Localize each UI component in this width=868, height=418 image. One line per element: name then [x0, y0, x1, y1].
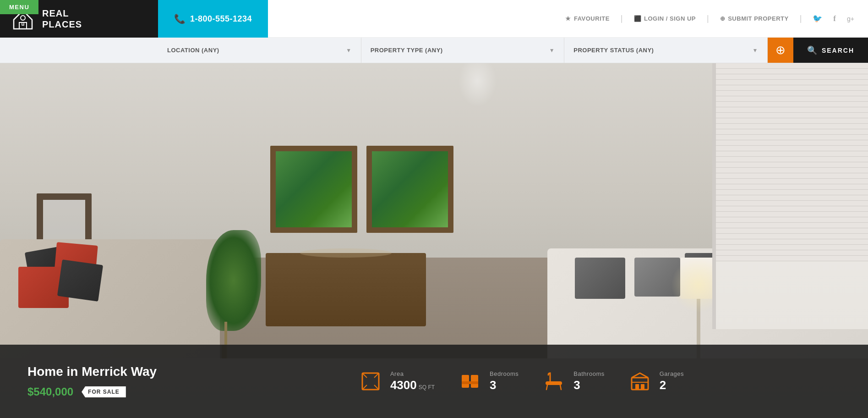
nav-divider-1: |	[621, 14, 623, 23]
for-sale-badge: FOR SALE	[82, 386, 126, 397]
area-stat: Area 4300 SQ FT	[358, 369, 435, 394]
phone-number: 1-800-555-1234	[190, 14, 252, 24]
garages-value: 2	[660, 378, 666, 392]
bedrooms-stat: Bedrooms 3	[458, 369, 519, 394]
phone-icon: 📞	[174, 13, 186, 24]
location-label: LOCATION (ANY)	[167, 47, 219, 54]
add-icon: ⊕	[775, 43, 786, 57]
property-status-dropdown-arrow: ▼	[752, 47, 758, 54]
property-info: Home in Merrick Way $540,000 FOR SALE	[27, 364, 202, 398]
garages-icon	[630, 371, 650, 391]
wall-pictures	[270, 146, 453, 233]
picture-frame-1	[270, 146, 357, 233]
area-icon	[360, 371, 381, 391]
nav-divider-2: |	[707, 14, 709, 23]
bedrooms-value: 3	[490, 378, 496, 392]
login-button[interactable]: ⬛ LOGIN / SIGN UP	[634, 15, 696, 22]
bathrooms-text: Bathrooms 3	[573, 370, 604, 392]
search-button-label: SEARCH	[822, 47, 854, 54]
googleplus-icon[interactable]: g+	[847, 15, 854, 22]
area-icon-wrap	[358, 369, 383, 394]
svg-point-0	[21, 16, 25, 20]
location-dropdown-arrow: ▼	[346, 47, 351, 54]
area-text: Area 4300 SQ FT	[390, 370, 435, 392]
svg-rect-5	[546, 381, 562, 385]
top-bar: REALPLACES 📞 1-800-555-1234 ★ FAVOURITE …	[0, 0, 868, 38]
bedrooms-label: Bedrooms	[490, 370, 519, 377]
login-label: LOGIN / SIGN UP	[644, 15, 696, 22]
search-bar: LOCATION (ANY) ▼ PROPERTY TYPE (ANY) ▼ P…	[0, 38, 868, 63]
menu-button[interactable]: MENU	[0, 0, 38, 14]
property-overlay-bar: Home in Merrick Way $540,000 FOR SALE	[0, 345, 868, 418]
phone-area[interactable]: 📞 1-800-555-1234	[158, 0, 268, 38]
logo-name: REALPLACES	[42, 8, 82, 30]
bathrooms-icon	[544, 371, 564, 391]
hero-section: Home in Merrick Way $540,000 FOR SALE	[0, 63, 868, 418]
add-filter-button[interactable]: ⊕	[768, 38, 793, 63]
favourite-label: FAVOURITE	[574, 15, 610, 22]
svg-rect-6	[632, 378, 648, 390]
svg-rect-4	[462, 381, 478, 384]
garages-text: Garages 2	[660, 370, 684, 392]
property-status-dropdown[interactable]: PROPERTY STATUS (ANY) ▼	[564, 38, 768, 63]
star-icon: ★	[565, 15, 571, 22]
favourite-button[interactable]: ★ FAVOURITE	[565, 15, 609, 22]
area-value: 4300	[390, 378, 417, 392]
coffee-table	[266, 253, 426, 326]
search-icon: 🔍	[807, 45, 817, 55]
bedrooms-text: Bedrooms 3	[490, 370, 519, 392]
login-icon: ⬛	[634, 15, 642, 22]
bathrooms-value: 3	[573, 378, 580, 392]
facebook-icon[interactable]: f	[833, 14, 836, 23]
svg-rect-7	[635, 384, 639, 390]
property-price-row: $540,000 FOR SALE	[27, 385, 202, 398]
lamp-decoration	[680, 258, 717, 358]
bedrooms-icon	[460, 371, 480, 391]
garages-icon-wrap	[628, 369, 652, 394]
submit-property-button[interactable]: ⊕ SUBMIT PROPERTY	[720, 15, 789, 22]
bathrooms-stat: Bathrooms 3	[541, 369, 604, 394]
window-decoration	[712, 63, 868, 329]
property-type-label: PROPERTY TYPE (ANY)	[371, 47, 443, 54]
property-price: $540,000	[27, 385, 73, 398]
area-unit: SQ FT	[419, 384, 435, 390]
search-button[interactable]: 🔍 SEARCH	[793, 38, 868, 63]
property-stats: Area 4300 SQ FT	[202, 369, 841, 394]
garages-label: Garages	[660, 370, 684, 377]
property-type-dropdown-arrow: ▼	[549, 47, 555, 54]
plant-decoration	[211, 230, 257, 358]
bathrooms-icon-wrap	[541, 369, 566, 394]
property-status-label: PROPERTY STATUS (ANY)	[573, 47, 654, 54]
property-title: Home in Merrick Way	[27, 364, 202, 379]
window-blinds	[716, 63, 868, 329]
property-type-dropdown[interactable]: PROPERTY TYPE (ANY) ▼	[361, 38, 565, 63]
garages-stat: Garages 2	[628, 369, 684, 394]
location-dropdown[interactable]: LOCATION (ANY) ▼	[158, 38, 361, 63]
twitter-icon[interactable]: 🐦	[813, 14, 822, 23]
bedrooms-icon-wrap	[458, 369, 482, 394]
nav-divider-3: |	[800, 14, 802, 23]
area-label: Area	[390, 370, 435, 377]
svg-rect-8	[641, 384, 644, 390]
picture-frame-2	[366, 146, 453, 233]
submit-label: SUBMIT PROPERTY	[728, 15, 788, 22]
submit-icon: ⊕	[720, 15, 726, 22]
sofa-left	[0, 239, 220, 358]
bathrooms-label: Bathrooms	[573, 370, 604, 377]
nav-actions: ★ FAVOURITE | ⬛ LOGIN / SIGN UP | ⊕ SUBM…	[268, 0, 868, 38]
